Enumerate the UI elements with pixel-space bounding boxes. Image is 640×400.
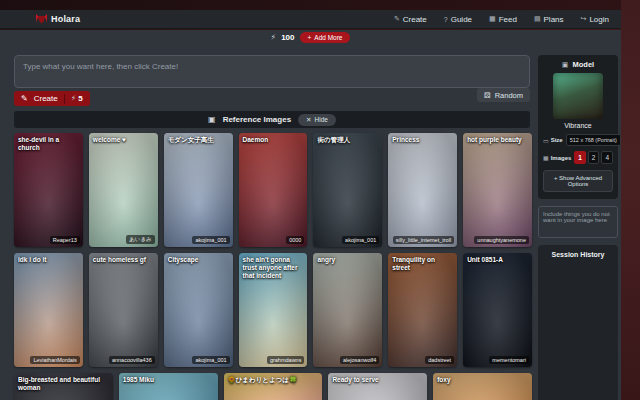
page-background-top [0,0,640,10]
card-author: unnaughtyanemone [474,236,529,244]
negative-prompt-input[interactable] [538,206,618,238]
images-row: ▦ Images 124 [543,151,613,164]
hide-reference-button[interactable]: ✕ Hide [298,114,336,126]
model-name: Vibrance [543,122,613,129]
token-row: ⚡ 100 + Add More [0,30,621,44]
size-select[interactable]: 512 x 768 (Portrait) [566,134,621,146]
card-author: grahmdawns [267,356,305,364]
image-count-2[interactable]: 2 [588,151,600,164]
navbar: Holara ✎Create?Guide▦Feed▤Plans↪Login [0,10,621,29]
app-window: Holara ✎Create?Guide▦Feed▤Plans↪Login ⚡ … [0,0,640,400]
card-title: 街の管理人 [317,136,378,144]
card-title: Tranquility on street [392,256,453,272]
card-title: Big-breasted and beautiful woman [18,376,109,392]
card-title: Cityscape [168,256,229,264]
image-icon: ▣ [208,115,216,124]
reference-images-bar: ▣ Reference Images ✕ Hide [14,111,530,128]
reference-image-card[interactable]: she-devil in a churchReaper13 [14,133,83,247]
card-title: foxy [437,376,528,384]
brand-logo[interactable]: Holara [36,14,80,24]
nav-item-create[interactable]: ✎Create [394,15,427,24]
card-title: she-devil in a church [18,136,79,152]
image-count-4[interactable]: 4 [601,151,613,164]
card-author: akojima_001 [192,236,229,244]
reference-image-card[interactable]: cute homeless gfannacoovilla436 [89,253,158,367]
session-history-panel: Session History [538,245,618,400]
model-label: Model [572,60,594,69]
model-icon: ▣ [562,61,569,69]
card-author: LeviathanMordais [30,356,79,364]
gallery-row: idk i do itLeviathanMordaiscute homeless… [14,253,532,367]
card-title: Daemon [243,136,304,144]
reference-image-card[interactable]: welcome ♥あいきみ [89,133,158,247]
reference-image-card[interactable]: foxy [433,373,532,400]
card-title: welcome ♥ [93,136,154,144]
card-title: 1985 Miku [123,376,214,384]
card-author: Reaper13 [50,236,80,244]
images-label: Images [551,155,572,161]
guide-icon: ? [444,16,448,23]
token-bolt-icon: ⚡ [271,33,277,42]
nav-item-plans[interactable]: ▤Plans [534,15,564,24]
card-author: annacoovilla436 [109,356,155,364]
reference-image-card[interactable]: Princesssilly_little_internet_troll [388,133,457,247]
nav-item-guide[interactable]: ?Guide [444,15,472,24]
pencil-icon: ✎ [21,94,28,103]
reference-image-card[interactable]: angryalejosanwolf4 [313,253,382,367]
login-icon: ↪ [581,15,587,23]
card-title: she ain't gonna trust anyone after that … [243,256,304,279]
card-author: silly_little_internet_troll [393,236,454,244]
nav-item-feed[interactable]: ▦Feed [489,15,517,24]
card-title: cute homeless gf [93,256,154,264]
dice-icon: ⚄ [484,91,491,100]
images-icon: ▦ [543,154,549,161]
reference-image-card[interactable]: 1985 Miku [119,373,218,400]
card-title: hot purple beauty [467,136,528,144]
reference-image-card[interactable]: Unit 0851-Amementomari [463,253,532,367]
reference-image-card[interactable]: she ain't gonna trust anyone after that … [239,253,308,367]
main-content: ⚡ 100 + Add More ✎ Create ⚡ 5 ⚄ Random ▣… [0,30,621,400]
create-button[interactable]: ✎ Create ⚡ 5 [14,91,90,106]
page-background-right [621,0,640,400]
create-cost: 5 [78,94,82,103]
reference-image-card[interactable]: 🌻ひまわりとよつは🍀 [224,373,323,400]
reference-image-card[interactable]: idk i do itLeviathanMordais [14,253,83,367]
card-title: 🌻ひまわりとよつは🍀 [228,376,319,384]
image-count-options: 124 [574,151,613,164]
settings-sidebar: ▣ Model Vibrance ▭ Size 512 x 768 (Portr… [538,55,618,400]
card-author: あいきみ [126,235,155,244]
size-row: ▭ Size 512 x 768 (Portrait) [543,134,613,146]
prompt-input[interactable] [14,55,530,88]
model-thumbnail[interactable] [553,73,603,119]
reference-image-card[interactable]: Cityscapeakojima_001 [164,253,233,367]
nav-item-login[interactable]: ↪Login [581,15,609,24]
close-icon: ✕ [306,116,311,124]
reference-image-card[interactable]: モダン女子高生akojima_001 [164,133,233,247]
reference-image-card[interactable]: Daemon0000 [239,133,308,247]
add-more-button[interactable]: + Add More [300,32,351,43]
reference-image-card[interactable]: Big-breasted and beautiful woman [14,373,113,400]
gallery-row: Big-breasted and beautiful woman1985 Mik… [14,373,532,400]
card-title: Unit 0851-A [467,256,528,264]
feed-icon: ▦ [489,15,496,23]
card-title: idk i do it [18,256,79,264]
card-author: akojima_001 [342,236,379,244]
reference-image-card[interactable]: hot purple beautyunnaughtyanemone [463,133,532,247]
size-icon: ▭ [543,137,549,144]
random-button[interactable]: ⚄ Random [477,88,530,102]
reference-image-card[interactable]: 街の管理人akojima_001 [313,133,382,247]
card-author: akojima_001 [192,356,229,364]
pencil-icon: ✎ [394,15,400,23]
reference-images-title: Reference Images [223,115,291,124]
image-count-1[interactable]: 1 [574,151,586,164]
holara-fox-icon [36,14,47,24]
cost-bolt-icon: ⚡ [71,94,77,103]
show-advanced-options-button[interactable]: + Show Advanced Options [543,170,613,192]
brand-name: Holara [51,14,80,24]
divider [64,94,65,104]
card-title: Ready to serve [332,376,423,384]
card-author: alejosanwolf4 [340,356,379,364]
card-author: mementomari [489,356,529,364]
reference-image-card[interactable]: Ready to serve [328,373,427,400]
reference-image-card[interactable]: Tranquility on streetdadstreet [388,253,457,367]
